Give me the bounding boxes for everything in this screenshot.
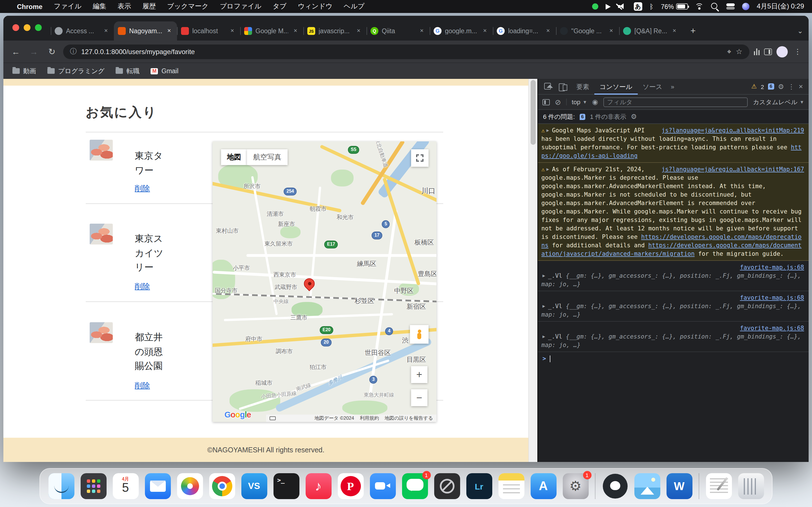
tab-close-icon[interactable]: [355, 27, 363, 35]
devtools-menu-icon[interactable]: [788, 82, 795, 91]
appstore-dock-icon[interactable]: [530, 473, 556, 499]
log-level-selector[interactable]: カスタムレベル▼: [753, 98, 804, 106]
devtools-tab-ソース[interactable]: ソース: [638, 78, 667, 94]
menu-item-履歴[interactable]: 履歴: [137, 2, 161, 11]
bookmark-動画[interactable]: 動画: [12, 67, 36, 75]
control-center-icon[interactable]: [726, 3, 735, 10]
console-source-link[interactable]: favorite-map.js:68: [740, 325, 804, 331]
console-source-link[interactable]: js?language=ja&regio…allback=initMap:167: [661, 165, 804, 173]
console-filter-input[interactable]: フィルタ: [603, 97, 748, 107]
tab-close-icon[interactable]: [544, 27, 552, 35]
console-log-message[interactable]: favorite-map.js:68▶_.Vl {__gm: {…}, gm_a…: [538, 322, 809, 352]
console-source-link[interactable]: js?language=ja&regio…allback=initMap:219: [661, 126, 804, 135]
browser-tab-8[interactable]: Gloading=...: [493, 21, 556, 41]
more-panels-icon[interactable]: [668, 83, 676, 90]
preview-dock-icon[interactable]: [634, 473, 660, 499]
menu-item-編集[interactable]: 編集: [87, 2, 112, 11]
browser-tab-3[interactable]: localhost: [177, 21, 240, 41]
chrome-dock-icon[interactable]: [209, 473, 235, 499]
delete-link[interactable]: 削除: [135, 184, 150, 194]
menu-item-タブ[interactable]: タブ: [267, 2, 292, 11]
console-log-message[interactable]: favorite-map.js:68▶_.Vl {__gm: {…}, gm_a…: [538, 261, 809, 291]
map-report-link[interactable]: 地図の誤りを報告する: [385, 415, 433, 421]
siri-icon[interactable]: [742, 3, 749, 10]
issues-count-icon[interactable]: 6: [768, 83, 774, 90]
expand-arrow-icon[interactable]: ▶: [543, 332, 545, 341]
devtools-tab-コンソール[interactable]: コンソール: [594, 78, 638, 94]
console-sidebar-icon[interactable]: [543, 99, 550, 105]
zoom-window-button[interactable]: [35, 24, 42, 31]
browser-tab-9[interactable]: "Google ...: [556, 21, 619, 41]
expand-arrow-icon[interactable]: ▶: [543, 272, 545, 280]
vscode-dock-icon[interactable]: [241, 473, 267, 499]
reload-button[interactable]: ↻: [45, 45, 59, 58]
address-bar[interactable]: 127.0.0.1:8000/users/mypage/favorite: [63, 44, 749, 59]
scrollbar-thumb[interactable]: [530, 80, 536, 145]
map-type-button[interactable]: 地図: [221, 149, 247, 165]
wifi-icon[interactable]: [695, 3, 704, 10]
zoom-dock-icon[interactable]: [370, 473, 396, 499]
zoom-in-button[interactable]: +: [411, 366, 427, 383]
bookmark-プログラミング[interactable]: プログラミング: [47, 67, 105, 75]
console-source-link[interactable]: favorite-map.js:68: [740, 294, 804, 301]
calendar-dock-icon[interactable]: 4月5: [112, 473, 139, 499]
notes-dock-icon[interactable]: [498, 473, 524, 499]
devtools-settings-icon[interactable]: [778, 82, 784, 91]
mail-dock-icon[interactable]: [145, 473, 170, 499]
lightroom-dock-icon[interactable]: [466, 473, 492, 499]
pegman-button[interactable]: [410, 325, 428, 344]
play-icon[interactable]: [605, 4, 610, 9]
delete-link[interactable]: 削除: [135, 381, 150, 391]
issues-badge[interactable]: 6: [579, 114, 585, 120]
spotlight-search-icon[interactable]: [711, 3, 719, 10]
tab-close-icon[interactable]: [292, 27, 299, 35]
profile-avatar[interactable]: [776, 46, 788, 57]
photos-dock-icon[interactable]: [177, 473, 203, 499]
satellite-type-button[interactable]: 航空写真: [247, 149, 288, 165]
console-source-link[interactable]: favorite-map.js:68: [740, 264, 804, 270]
live-expression-icon[interactable]: [592, 98, 598, 106]
browser-tab-4[interactable]: Google M...: [240, 21, 303, 41]
tab-close-icon[interactable]: [670, 27, 678, 35]
nosign-dock-icon[interactable]: [434, 473, 460, 499]
ime-input-source-icon[interactable]: あ: [633, 2, 642, 11]
bookmark-star-icon[interactable]: [736, 47, 742, 56]
expand-arrow-icon[interactable]: ▶: [546, 126, 549, 135]
trash-dock-icon[interactable]: [738, 473, 764, 499]
launchpad-dock-icon[interactable]: [80, 473, 106, 499]
devtools-tab-要素[interactable]: 要素: [571, 78, 594, 94]
browser-tab-5[interactable]: JSjavascrip...: [303, 21, 366, 41]
screen-share-indicator-icon[interactable]: [592, 3, 598, 10]
site-info-icon[interactable]: [70, 47, 77, 56]
expand-arrow-icon[interactable]: ▶: [546, 165, 549, 173]
battery-indicator[interactable]: 76%: [661, 3, 688, 10]
new-tab-button[interactable]: [686, 24, 700, 38]
bookmark-Gmail[interactable]: MGmail: [151, 68, 179, 74]
browser-tab-1[interactable]: Access ...: [51, 21, 114, 41]
media-control-icon[interactable]: [754, 48, 760, 55]
devtools-close-icon[interactable]: [799, 82, 803, 91]
hidden-messages-label[interactable]: 1 件の非表示: [590, 112, 626, 121]
settings-dock-icon[interactable]: 1: [562, 473, 589, 499]
console-log-message[interactable]: favorite-map.js:68▶_.Vl {__gm: {…}, gm_a…: [538, 291, 809, 322]
browser-tab-2[interactable]: Nagoyam...: [114, 21, 177, 41]
device-toolbar-icon[interactable]: [559, 82, 567, 91]
location-icon[interactable]: [727, 47, 731, 56]
menu-item-ブックマーク[interactable]: ブックマーク: [161, 2, 214, 11]
textedit-dock-icon[interactable]: [706, 473, 732, 499]
browser-tab-6[interactable]: QQiita: [366, 21, 430, 41]
tab-close-icon[interactable]: [165, 27, 173, 35]
inspect-element-icon[interactable]: [544, 83, 552, 90]
issues-settings-icon[interactable]: [631, 113, 637, 121]
menu-item-ウィンドウ[interactable]: ウィンドウ: [292, 2, 338, 11]
tab-close-icon[interactable]: [229, 27, 236, 35]
finder-dock-icon[interactable]: [48, 473, 74, 499]
console-warn-message[interactable]: js?language=ja&regio…allback=initMap:219…: [538, 124, 809, 163]
word-dock-icon[interactable]: [666, 473, 692, 499]
delete-link[interactable]: 削除: [135, 282, 150, 292]
tab-close-icon[interactable]: [481, 27, 489, 35]
tab-close-icon[interactable]: [607, 27, 615, 35]
bluetooth-icon[interactable]: ᛒ: [649, 3, 653, 10]
music-dock-icon[interactable]: [305, 473, 331, 499]
page-scrollbar[interactable]: [528, 79, 538, 462]
